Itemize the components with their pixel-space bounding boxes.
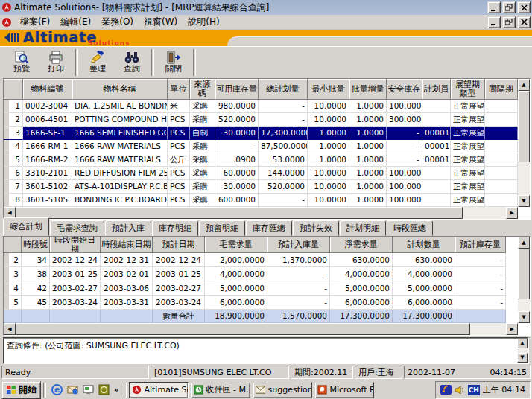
period-row[interactable]: 2342002-12-242002-12-312002-12-242,000.0… <box>4 253 518 267</box>
column-header-可用庫存量[interactable]: 可用庫存量 <box>215 79 259 100</box>
exit-door-icon <box>166 51 181 64</box>
restore-button[interactable] <box>502 1 516 13</box>
tab-綜合計划[interactable]: 綜合計划 <box>3 217 49 236</box>
tab-時段匯總[interactable]: 時段匯總 <box>387 220 433 236</box>
media-player-icon[interactable] <box>98 384 110 395</box>
cell: 正常展望 <box>451 140 485 153</box>
column-header-間隔期[interactable]: 間隔期 <box>485 79 518 100</box>
column-header-批量增量[interactable]: 批量增量 <box>349 79 387 100</box>
period-grid-vscrollbar[interactable]: ▲ ▼ <box>518 237 530 323</box>
ie-icon[interactable]: e <box>51 384 63 395</box>
query-button[interactable]: 查詢 <box>115 48 149 77</box>
tab-計划明細[interactable]: 計划明細 <box>340 220 386 236</box>
mdi-restore-button[interactable] <box>502 16 516 28</box>
cell: 630.0000 <box>393 253 455 267</box>
column-header-單位[interactable]: 單位 <box>168 79 190 100</box>
column-header-物料編號[interactable]: 物料編號 <box>23 79 72 100</box>
scroll-up-icon[interactable]: ▲ <box>518 79 530 91</box>
column-header-indicator[interactable] <box>4 237 22 253</box>
svg-text:e: e <box>54 385 60 395</box>
ime-indicator[interactable]: CH <box>468 385 480 395</box>
material-row[interactable]: 73601-5102ATS-A-101DISPLAY P.C.B(0.7PCS采… <box>4 180 518 194</box>
column-header-時段開始日期[interactable]: 時段開始日期 <box>50 237 101 253</box>
volume-meter-icon[interactable] <box>440 385 452 395</box>
cell: 米 <box>168 100 190 113</box>
desktop-icon[interactable] <box>83 384 94 395</box>
cell: 2,000.0000 <box>205 253 267 267</box>
material-row[interactable]: 31666-SF-11666 SEMI FINISHED GOODSPCS自制3… <box>4 127 518 140</box>
tab-毛需求查詢[interactable]: 毛需求查詢 <box>50 220 104 236</box>
minimize-button[interactable] <box>487 1 501 13</box>
menu-item-0[interactable]: 檔案(F) <box>15 14 55 30</box>
scroll-down-icon[interactable]: ▼ <box>518 311 530 323</box>
column-header-計划員[interactable]: 計划員 <box>422 79 451 100</box>
column-header-預計入庫量[interactable]: 預計入庫量 <box>267 237 330 253</box>
menu-item-4[interactable]: 說明(H) <box>183 14 224 30</box>
scroll-left-icon[interactable]: ◀ <box>4 323 16 335</box>
brand-subtitle: Solutions <box>88 39 130 46</box>
scroll-right-icon[interactable]: ▶ <box>506 323 518 335</box>
material-row[interactable]: 63310-2101RED DIFFUSION FILM 25.4MMPCS采購… <box>4 167 518 180</box>
start-button[interactable]: 開始 <box>1 381 41 399</box>
period-row[interactable]: 3382003-01-252003-02-012003-01-254,000.0… <box>4 267 518 281</box>
cell: BONDING IC P.C.BOARD 0.8MM <box>72 194 168 207</box>
tab-預留明細[interactable]: 預留明細 <box>199 220 245 236</box>
column-header-時段號[interactable]: 時段號 <box>22 237 50 253</box>
menu-item-3[interactable]: 視窗(W) <box>139 14 183 30</box>
column-header-安全庫存[interactable]: 安全庫存 <box>387 79 422 100</box>
column-header-預計庫存量[interactable]: 預計庫存量 <box>455 237 506 253</box>
column-header-物料名稱[interactable]: 物料名稱 <box>72 79 168 100</box>
printer-icon <box>48 51 63 64</box>
period-row[interactable]: 4422003-02-272003-03-062003-02-275,000.0… <box>4 281 518 296</box>
column-header-indicator[interactable] <box>4 79 23 100</box>
task-button-Microsoft-P-[interactable]: Microsoft P... <box>314 382 374 398</box>
scroll-down-icon[interactable]: ▼ <box>518 195 530 207</box>
period-grid-hscrollbar[interactable]: ◀ ▶ <box>4 323 518 335</box>
chevron-more-icon[interactable]: » <box>114 386 118 394</box>
speaker-icon[interactable] <box>455 386 465 395</box>
column-header-毛需求量[interactable]: 毛需求量 <box>205 237 267 253</box>
material-grid-vscrollbar[interactable]: ▲ ▼ <box>518 79 530 207</box>
tab-庫存明細[interactable]: 庫存明細 <box>152 220 198 236</box>
task-button-suggestions-[interactable]: suggestions ... <box>253 382 312 398</box>
column-header-來源碼[interactable]: 來源碼 <box>190 79 215 100</box>
outlook-icon[interactable] <box>67 384 78 395</box>
print-button[interactable]: 打印 <box>39 48 73 77</box>
column-header-淨需求量[interactable]: 淨需求量 <box>330 237 393 253</box>
tab-庫存匯總[interactable]: 庫存匯總 <box>246 220 292 236</box>
cell: 1 <box>4 100 23 113</box>
column-header-時段結束日期[interactable]: 時段結束日期 <box>101 237 153 253</box>
mdi-minimize-button[interactable] <box>487 16 501 28</box>
query-panel-scrollbar[interactable]: ▲ ▼ <box>517 339 528 363</box>
menu-item-1[interactable]: 編輯(E) <box>55 14 96 30</box>
material-row[interactable]: 20006-4501POTTING COMPOUND HYSOLPCS采購520… <box>4 113 518 127</box>
scroll-down-icon[interactable]: ▼ <box>517 353 528 363</box>
column-header-預計日期[interactable]: 預計日期 <box>153 237 205 253</box>
material-row[interactable]: 41666-RM-11666 RAW MATERIALSPCS采購-87,500… <box>4 140 518 153</box>
cell: 38 <box>22 267 50 281</box>
material-row[interactable]: 10002-3004DIA. 1.25MIL AL BONDING WI米采購9… <box>4 100 518 113</box>
column-header-計划數量[interactable]: 計划數量 <box>393 237 455 253</box>
tab-預計入庫[interactable]: 預計入庫 <box>105 220 151 236</box>
menu-item-2[interactable]: 業務(O) <box>96 14 139 30</box>
close-module-button[interactable]: 關閉 <box>156 48 191 77</box>
task-button-收件匣-M-[interactable]: 收件匣 - M... <box>191 382 250 398</box>
scrollbar-thumb[interactable] <box>16 323 470 335</box>
cell: 42 <box>22 281 50 296</box>
period-row[interactable]: 5452003-03-242003-03-312003-03-246,000.0… <box>4 296 518 310</box>
column-header-總計划量[interactable]: 總計划量 <box>259 79 308 100</box>
column-header-最小批量[interactable]: 最小批量 <box>308 79 349 100</box>
task-button-Altimate-Sol-[interactable]: Altimate Sol... <box>129 382 189 398</box>
scroll-up-icon[interactable]: ▲ <box>517 339 528 348</box>
arrange-button[interactable]: 整理 <box>80 48 115 77</box>
scrollbar-thumb[interactable] <box>518 91 530 162</box>
mdi-close-button[interactable] <box>517 16 531 28</box>
material-row[interactable]: 83601-5105BONDING IC P.C.BOARD 0.8MMPCS采… <box>4 194 518 207</box>
scroll-up-icon[interactable]: ▲ <box>518 237 530 249</box>
tab-預計失效[interactable]: 預計失效 <box>293 220 339 236</box>
preview-button[interactable]: 預覽 <box>4 48 39 77</box>
scrollbar-thumb[interactable] <box>518 249 530 299</box>
column-header-展望期類型[interactable]: 展望期類型 <box>451 79 485 100</box>
material-row[interactable]: 51666-RM-21666 RAW MATERIALS公斤采購.090053.… <box>4 153 518 167</box>
close-button[interactable] <box>517 1 531 13</box>
